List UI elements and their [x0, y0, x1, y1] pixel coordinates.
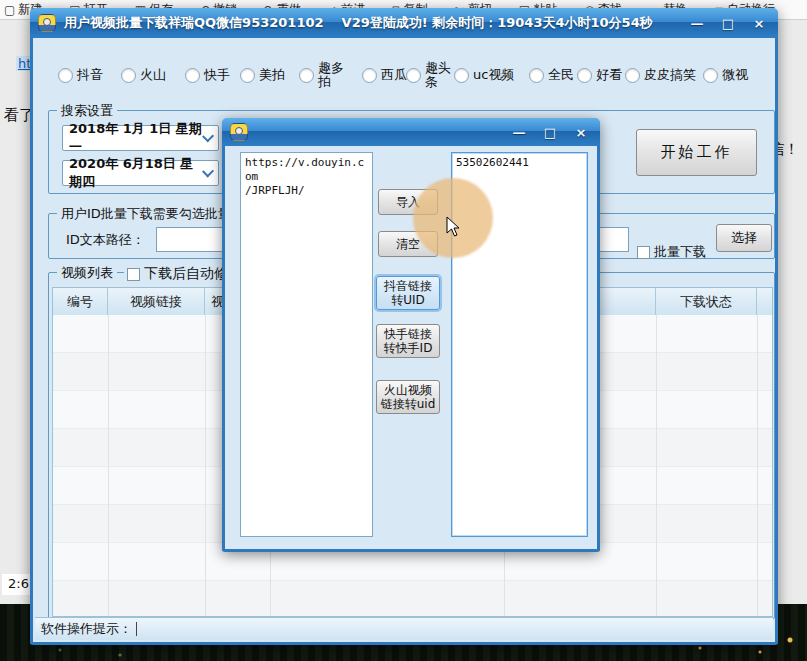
radio-icon: [703, 68, 718, 83]
radio-label: uc视频: [473, 68, 514, 82]
text-caret: [136, 622, 137, 636]
group-title: 视频列表: [57, 264, 117, 282]
app-icon: [38, 14, 56, 32]
start-work-button[interactable]: 开始工作: [636, 129, 757, 176]
radio-icon: [454, 68, 469, 83]
radio-xigua[interactable]: 西瓜: [362, 55, 407, 95]
clear-button[interactable]: 清空: [378, 231, 438, 257]
date-from-value: 2018年 1月 1日 星期一: [69, 120, 204, 156]
radio-label: 趣多拍: [318, 61, 345, 89]
column-divider: [205, 315, 206, 616]
radio-label: 全民: [548, 68, 574, 82]
status-label: 软件操作提示：: [41, 620, 132, 638]
radio-icon: [406, 68, 421, 83]
radio-label: 抖音: [77, 68, 103, 82]
column-header-status[interactable]: 下载状态: [656, 288, 757, 315]
date-to-select[interactable]: 2020年 6月18日 星期四: [62, 160, 219, 186]
new-file-icon: ▢: [4, 3, 15, 17]
main-titlebar[interactable]: 用户视频批量下载祥瑞QQ微信953201102 V29登陆成功! 剩余时间：19…: [30, 8, 778, 38]
desktop-wallpaper: ▢新建 ▤打开 ▦保存 ↶撤销 ↷重做 ➜前进 ⧉复制 ✂剪切 ▣粘贴 ○查找 …: [0, 0, 807, 661]
radio-haokan[interactable]: 好看: [577, 55, 622, 95]
uid-list-textarea[interactable]: 53502602441: [451, 152, 588, 537]
radio-douyin[interactable]: 抖音: [58, 55, 103, 95]
radio-label: 趣头条: [425, 61, 452, 89]
choose-button[interactable]: 选择: [716, 224, 772, 252]
checkbox-icon: [127, 268, 140, 281]
column-divider: [656, 315, 657, 616]
radio-huoshan[interactable]: 火山: [121, 55, 166, 95]
column-header-filler: [757, 288, 772, 315]
id-path-label: ID文本路径：: [66, 231, 145, 249]
radio-icon: [529, 68, 544, 83]
kuaishou-link-to-id-button[interactable]: 快手链接转快手ID: [376, 324, 440, 358]
converter-dialog: — □ × https://v.douyin.com /JRPFLJH/ 535…: [222, 118, 600, 552]
radio-kuaishou[interactable]: 快手: [185, 55, 230, 95]
column-divider: [108, 315, 109, 616]
radio-quanmin[interactable]: 全民: [529, 55, 574, 95]
radio-icon: [577, 68, 592, 83]
import-button[interactable]: 导入: [378, 189, 438, 215]
radio-meipai[interactable]: 美拍: [240, 55, 285, 95]
radio-quduopai[interactable]: 趣多拍: [299, 55, 345, 95]
radio-weishi[interactable]: 微视: [703, 55, 748, 95]
column-divider: [757, 315, 758, 616]
radio-pipigaoxiao[interactable]: 皮皮搞笑: [625, 55, 696, 95]
radio-label: 西瓜: [381, 68, 407, 82]
batch-download-checkbox[interactable]: 批量下载: [637, 243, 706, 261]
radio-label: 快手: [204, 68, 230, 82]
radio-qutoutiao[interactable]: 趣头条: [406, 55, 452, 95]
radio-icon: [362, 68, 377, 83]
radio-icon: [121, 68, 136, 83]
radio-label: 火山: [140, 68, 166, 82]
window-title: 用户视频批量下载祥瑞QQ微信953201102 V29登陆成功! 剩余时间：19…: [64, 14, 686, 32]
checkbox-label: 批量下载: [654, 243, 706, 261]
link-list-textarea[interactable]: https://v.douyin.com /JRPFLJH/: [240, 152, 373, 537]
radio-label: 皮皮搞笑: [644, 68, 696, 82]
column-header-number[interactable]: 编号: [53, 288, 108, 315]
date-to-value: 2020年 6月18日 星期四: [69, 155, 204, 191]
radio-icon: [625, 68, 640, 83]
huoshan-link-to-uid-button[interactable]: 火山视频链接转uid: [376, 380, 440, 414]
radio-icon: [185, 68, 200, 83]
douyin-link-to-uid-button[interactable]: 抖音链接转UID: [376, 276, 440, 310]
dialog-minimize-button[interactable]: —: [508, 124, 530, 141]
radio-icon: [240, 68, 255, 83]
dialog-maximize-button[interactable]: □: [539, 124, 561, 141]
radio-ucvideo[interactable]: uc视频: [454, 55, 514, 95]
status-bar: 软件操作提示：: [35, 617, 773, 640]
dialog-titlebar[interactable]: — □ ×: [222, 118, 600, 146]
checkbox-icon: [637, 246, 650, 259]
date-from-select[interactable]: 2018年 1月 1日 星期一: [62, 125, 219, 151]
radio-icon: [58, 68, 73, 83]
column-header-link[interactable]: 视频链接: [108, 288, 205, 315]
group-title: 搜索设置: [57, 102, 117, 120]
minimize-button[interactable]: —: [686, 15, 708, 32]
radio-icon: [299, 68, 314, 83]
dialog-close-button[interactable]: ×: [570, 124, 592, 141]
radio-label: 好看: [596, 68, 622, 82]
radio-label: 美拍: [259, 68, 285, 82]
maximize-button[interactable]: □: [717, 15, 739, 32]
radio-label: 微视: [722, 68, 748, 82]
dialog-icon: [230, 123, 248, 141]
close-button[interactable]: ×: [748, 15, 770, 32]
